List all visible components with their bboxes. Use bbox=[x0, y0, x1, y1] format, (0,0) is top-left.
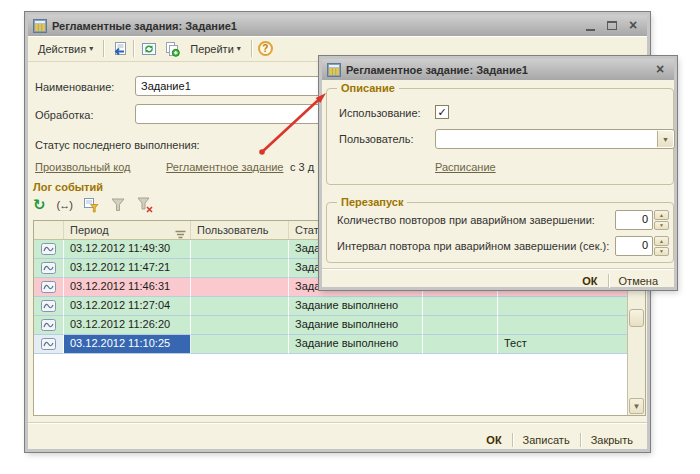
header-user-label: Пользователь bbox=[197, 224, 268, 236]
dialog-cancel-button[interactable]: Отмена bbox=[609, 272, 668, 290]
last-run-status-label: Статус последнего выполнения: bbox=[35, 139, 200, 151]
scheduled-jobs-window-icon bbox=[33, 19, 47, 33]
cell-status: Задание выполнено bbox=[289, 335, 423, 354]
toolbar-separator bbox=[251, 40, 252, 57]
scheduled-job-dialog-icon bbox=[327, 63, 341, 77]
chevron-down-icon: ▼ bbox=[662, 136, 669, 143]
scroll-thumb[interactable] bbox=[629, 309, 644, 327]
spin-down-button[interactable]: ▼ bbox=[654, 247, 669, 257]
scheduled-job-link[interactable]: Регламентное задание bbox=[166, 161, 283, 173]
spin-down-button[interactable]: ▼ bbox=[654, 221, 669, 231]
actions-menu-button[interactable]: Действия ▾ bbox=[34, 41, 97, 57]
retry-interval-label: Интервал повтора при аварийном завершени… bbox=[337, 240, 609, 252]
processing-label: Обработка: bbox=[35, 109, 94, 121]
retry-count-value[interactable]: 0 bbox=[615, 210, 653, 230]
refresh-icon[interactable] bbox=[140, 40, 157, 57]
filter-settings-icon[interactable] bbox=[83, 196, 99, 213]
retry-count-spinner: 0 ▲ ▼ bbox=[615, 210, 669, 230]
log-period-range-icon[interactable]: (↔) bbox=[57, 196, 72, 213]
event-record-icon bbox=[41, 281, 56, 293]
header-user[interactable]: Пользователь bbox=[191, 221, 289, 239]
cell-period: 03.12.2012 11:27:04 bbox=[64, 297, 191, 316]
table-row[interactable]: 03.12.2012 11:27:04 Задание выполнено bbox=[34, 297, 645, 316]
dialog-ok-button[interactable]: ОК bbox=[572, 272, 607, 290]
cell-period: 03.12.2012 11:47:21 bbox=[64, 259, 191, 278]
dialog-title: Регламентное задание: Задание1 bbox=[346, 64, 528, 76]
minimize-button[interactable] bbox=[585, 20, 597, 32]
help-icon[interactable]: ? bbox=[258, 41, 273, 56]
actions-label: Действия bbox=[38, 43, 86, 55]
event-record-icon bbox=[41, 300, 56, 312]
window-title: Регламентные задания: Задание1 bbox=[52, 20, 237, 32]
event-log-title: Лог событий bbox=[33, 181, 103, 193]
combobox-dropdown-button[interactable]: ▼ bbox=[657, 131, 673, 147]
cell-extra bbox=[423, 297, 498, 316]
table-row[interactable]: 03.12.2012 11:26:20 Задание выполнено bbox=[34, 316, 645, 335]
cell-comment bbox=[498, 316, 645, 335]
header-period[interactable]: Период bbox=[64, 221, 191, 239]
goto-menu-button[interactable]: Перейти ▾ bbox=[186, 41, 245, 57]
name-label: Наименование: bbox=[35, 81, 114, 93]
user-label: Пользователь: bbox=[339, 133, 413, 145]
user-combobox-input[interactable] bbox=[436, 130, 674, 148]
scheduled-job-dialog: Регламентное задание: Задание1 × Описани… bbox=[319, 56, 677, 290]
spin-up-button[interactable]: ▲ bbox=[654, 236, 669, 246]
log-refresh-icon[interactable]: ↻ bbox=[33, 196, 46, 213]
usage-checkbox[interactable]: ✓ bbox=[435, 105, 449, 119]
dialog-titlebar[interactable]: Регламентное задание: Задание1 × bbox=[322, 59, 674, 80]
usage-label: Использование: bbox=[339, 107, 421, 119]
dialog-controls: × bbox=[654, 64, 669, 76]
close-window-button[interactable]: Закрыть bbox=[581, 431, 643, 449]
cell-user bbox=[191, 278, 289, 297]
maximize-icon bbox=[607, 21, 617, 30]
screenshot-canvas: Регламентные задания: Задание1 × Действи… bbox=[0, 0, 700, 474]
cell-period-selected: 03.12.2012 11:10:25 bbox=[64, 335, 191, 354]
cell-user bbox=[191, 259, 289, 278]
filter-icon-disabled[interactable] bbox=[110, 196, 126, 213]
cell-user bbox=[191, 335, 289, 354]
copy-add-icon[interactable] bbox=[163, 40, 180, 57]
cell-user bbox=[191, 316, 289, 335]
restart-legend: Перезапуск bbox=[337, 196, 407, 208]
retry-interval-spinner: 0 ▲ ▼ bbox=[615, 236, 669, 256]
sort-indicator-icon bbox=[175, 226, 186, 244]
main-footer: ОК Записать Закрыть bbox=[28, 424, 647, 455]
maximize-button[interactable] bbox=[606, 20, 618, 32]
table-row-selected[interactable]: 03.12.2012 11:10:25 Задание выполнено Те… bbox=[34, 335, 645, 354]
reread-icon[interactable] bbox=[110, 40, 127, 57]
header-icon-column[interactable] bbox=[34, 221, 64, 239]
scroll-down-button[interactable]: ▼ bbox=[629, 398, 644, 414]
retry-interval-value[interactable]: 0 bbox=[615, 236, 653, 256]
schedule-link[interactable]: Расписание bbox=[435, 161, 496, 173]
after-links-text: с 3 д bbox=[290, 161, 314, 173]
check-icon: ✓ bbox=[437, 106, 446, 119]
goto-label: Перейти bbox=[190, 43, 234, 55]
event-record-icon bbox=[41, 338, 56, 350]
window-controls: × bbox=[585, 20, 642, 32]
ok-button[interactable]: ОК bbox=[476, 431, 511, 449]
event-record-icon bbox=[41, 243, 56, 255]
arbitrary-code-link[interactable]: Произвольный код bbox=[35, 161, 131, 173]
close-button[interactable]: × bbox=[627, 20, 639, 32]
clear-filter-icon-disabled[interactable] bbox=[137, 196, 153, 213]
description-legend: Описание bbox=[337, 82, 399, 94]
cell-period: 03.12.2012 11:46:31 bbox=[64, 278, 191, 297]
cell-period: 03.12.2012 11:26:20 bbox=[64, 316, 191, 335]
spin-up-button[interactable]: ▲ bbox=[654, 210, 669, 220]
main-window-titlebar[interactable]: Регламентные задания: Задание1 × bbox=[28, 15, 647, 36]
cell-extra bbox=[423, 335, 498, 354]
cell-status: Задание выполнено bbox=[289, 316, 423, 335]
description-group: Описание Использование: ✓ Пользователь: … bbox=[326, 88, 674, 185]
write-button[interactable]: Записать bbox=[513, 431, 580, 449]
toolbar-separator bbox=[133, 40, 134, 57]
user-combobox[interactable]: ▼ bbox=[435, 129, 675, 149]
cell-status: Задание выполнено bbox=[289, 297, 423, 316]
dialog-close-button[interactable]: × bbox=[654, 64, 666, 76]
minimize-icon bbox=[586, 29, 595, 31]
retry-count-label: Количество повторов при аварийном заверш… bbox=[337, 214, 595, 226]
restart-group: Перезапуск Количество повторов при авари… bbox=[326, 202, 674, 263]
cell-comment: Тест bbox=[498, 335, 645, 354]
cell-user bbox=[191, 240, 289, 259]
header-period-label: Период bbox=[70, 224, 109, 236]
dialog-footer: ОК Отмена bbox=[322, 270, 674, 292]
